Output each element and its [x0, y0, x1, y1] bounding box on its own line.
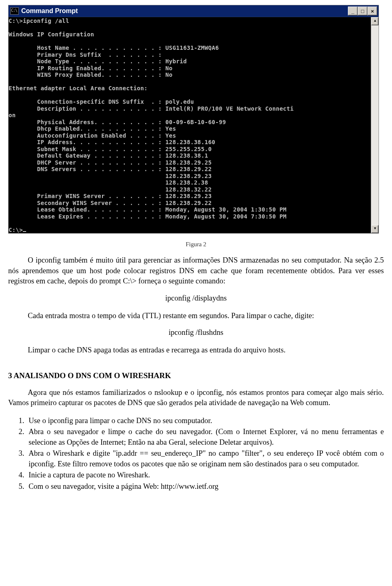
terminal-line: C:\>ipconfig /all: [9, 18, 69, 24]
command-prompt-icon: C:\: [10, 7, 19, 15]
terminal-line: Default Gateway . . . . . . . . . : 128.…: [9, 152, 208, 159]
list-item: Com o seu navegador, visite a página Web…: [26, 481, 384, 492]
terminal-line: 128.238.2.38: [9, 179, 208, 186]
command-prompt-window: C:\ Command Prompt _ □ × C:\>ipconfig /a…: [8, 5, 379, 234]
terminal-line: Connection-specific DNS Suffix . : poly.…: [9, 98, 194, 105]
minimize-button[interactable]: _: [348, 7, 358, 16]
terminal-line: Ethernet adapter Local Area Connection:: [9, 85, 147, 91]
paragraph: Limpar o cache DNS apaga todas as entrad…: [8, 345, 384, 356]
terminal-line: Description . . . . . . . . . . . : Inte…: [9, 105, 294, 112]
terminal-line: Secondary WINS Server . . . . . . : 128.…: [9, 200, 212, 206]
paragraph: O ipconfig também é muito útil para gere…: [8, 255, 384, 287]
terminal-line: Dhcp Enabled. . . . . . . . . . . : Yes: [9, 125, 176, 132]
terminal-line: Primary Dns Suffix . . . . . . . :: [9, 51, 162, 58]
paragraph: Cada entrada mostra o tempo de vida (TTL…: [8, 311, 384, 321]
steps-list: Use o ipconfig para limpar o cache DNS n…: [8, 416, 384, 492]
section-heading: 3 ANALISANDO O DNS COM O WIRESHARK: [8, 371, 384, 380]
terminal-line: IP Address. . . . . . . . . . . . : 128.…: [9, 139, 215, 145]
terminal-line: Host Name . . . . . . . . . . . . : USG1…: [9, 45, 219, 51]
terminal-cursor: [23, 231, 26, 232]
paragraph: Agora que nós estamos familiarizados o n…: [8, 388, 384, 408]
terminal-line: Windows IP Configuration: [9, 31, 94, 38]
terminal-line: WINS Proxy Enabled. . . . . . . . : No: [9, 71, 173, 78]
list-item: Use o ipconfig para limpar o cache DNS n…: [26, 416, 384, 426]
terminal-line: Physical Address. . . . . . . . . : 00-0…: [9, 119, 226, 125]
scroll-down-button[interactable]: ▾: [371, 225, 379, 233]
scroll-up-button[interactable]: ▴: [371, 17, 379, 25]
figure-caption: Figura 2: [8, 241, 384, 248]
list-item: Abra o seu navegador e limpe o cache do …: [26, 427, 384, 448]
terminal-line: 128.238.29.23: [9, 173, 212, 179]
terminal-line: Subnet Mask . . . . . . . . . . . : 255.…: [9, 146, 212, 152]
terminal-output[interactable]: C:\>ipconfig /all Windows IP Configurati…: [9, 17, 371, 233]
terminal-line: Lease Obtained. . . . . . . . . . : Mond…: [9, 206, 287, 213]
list-item: Inicie a captura de pacote no Wireshark.: [26, 470, 384, 481]
terminal-line: 128.238.32.22: [9, 186, 212, 193]
command-example: ipconfig /flushdns: [8, 328, 384, 337]
maximize-button[interactable]: □: [358, 7, 368, 16]
scrollbar[interactable]: ▴ ▾: [371, 17, 379, 233]
terminal-line: Lease Expires . . . . . . . . . . : Mond…: [9, 213, 287, 220]
terminal-line: DNS Servers . . . . . . . . . . . : 128.…: [9, 166, 212, 172]
command-example: ipconfig /displaydns: [8, 294, 384, 303]
terminal-line: C:\>: [9, 227, 23, 233]
terminal-line: Primary WINS Server . . . . . . . : 128.…: [9, 193, 212, 199]
terminal-line: Node Type . . . . . . . . . . . . : Hybr…: [9, 58, 187, 65]
terminal-line: DHCP Server . . . . . . . . . . . : 128.…: [9, 159, 212, 166]
terminal-line: on: [9, 112, 16, 118]
close-button[interactable]: ×: [368, 7, 377, 16]
scrollbar-track[interactable]: [371, 25, 379, 225]
terminal-line: Autoconfiguration Enabled . . . . : Yes: [9, 132, 176, 139]
terminal-line: IP Routing Enabled. . . . . . . . : No: [9, 65, 173, 71]
list-item: Abra o Wireshark e digite "ip.addr == se…: [26, 448, 384, 469]
window-title: Command Prompt: [21, 7, 348, 15]
window-titlebar[interactable]: C:\ Command Prompt _ □ ×: [9, 5, 379, 17]
